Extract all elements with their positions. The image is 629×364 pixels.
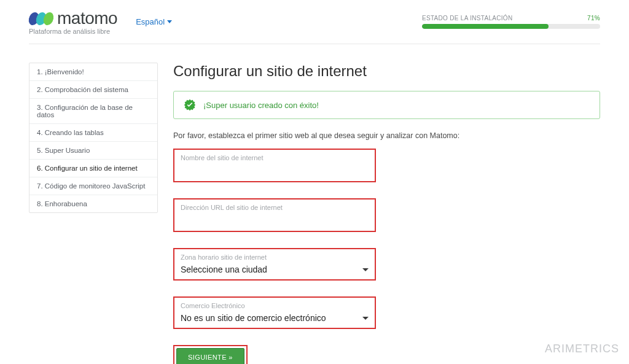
progress-bar (422, 24, 600, 29)
ecommerce-label: Comercio Electrónico (181, 299, 369, 313)
timezone-value: Seleccione una ciudad (181, 265, 267, 274)
header-left: matomo Plataforma de análisis libre Espa… (29, 9, 172, 35)
success-alert: ¡Super usuario creado con éxito! (173, 91, 600, 119)
content: Configurar un sitio de internet ¡Super u… (173, 63, 600, 364)
site-url-field[interactable]: Dirección URL del sitio de internet (173, 198, 376, 232)
success-text: ¡Super usuario creado con éxito! (203, 101, 319, 110)
sidebar-item-superuser[interactable]: 5. Super Usuario (29, 142, 157, 160)
page-title: Configurar un sitio de internet (173, 63, 600, 80)
sidebar-item-welcome[interactable]: 1. ¡Bienvenido! (29, 63, 157, 81)
chevron-down-icon (167, 20, 172, 23)
header: matomo Plataforma de análisis libre Espa… (29, 6, 600, 44)
instruction-text: Por favor, establezca el primer sitio we… (173, 131, 600, 140)
site-url-label: Dirección URL del sitio de internet (181, 201, 369, 215)
next-button-highlight: SIGUIENTE » (173, 345, 248, 364)
chevron-down-icon (362, 268, 369, 271)
timezone-field[interactable]: Zona horario sitio de internet Seleccion… (173, 248, 376, 281)
sidebar-item-tracking-code[interactable]: 7. Código de monitoreo JavaScript (29, 177, 157, 195)
sidebar-item-system-check[interactable]: 2. Comprobación del sistema (29, 81, 157, 99)
site-name-field[interactable]: Nombre del sitio de internet (173, 149, 376, 182)
next-button[interactable]: SIGUIENTE » (176, 348, 244, 364)
main: 1. ¡Bienvenido! 2. Comprobación del sist… (29, 63, 600, 364)
check-badge-icon (184, 99, 196, 111)
progress-block: ESTADO DE LA INSTALACIÓN 71% (422, 15, 600, 29)
ecommerce-value: No es un sitio de comercio electrónico (181, 313, 326, 323)
chevron-down-icon (362, 317, 369, 320)
watermark: ARIMETRICS (545, 343, 619, 355)
sidebar-item-tables[interactable]: 4. Creando las tablas (29, 124, 157, 142)
site-name-input[interactable] (181, 165, 369, 176)
language-selector[interactable]: Español (136, 17, 172, 26)
sidebar-item-db-config[interactable]: 3. Configuración de la base de datos (29, 99, 157, 124)
timezone-label: Zona horario sitio de internet (181, 250, 369, 265)
matomo-logo-icon (29, 12, 53, 25)
progress-label: ESTADO DE LA INSTALACIÓN (422, 15, 512, 21)
logo-block: matomo Plataforma de análisis libre (29, 9, 117, 35)
sidebar-item-congrats[interactable]: 8. Enhorabuena (29, 195, 157, 212)
language-label: Español (136, 17, 165, 26)
site-url-input[interactable] (181, 215, 369, 226)
logo-text: matomo (57, 9, 117, 28)
site-name-label: Nombre del sitio de internet (181, 151, 369, 165)
sidebar-item-setup-website[interactable]: 6. Configurar un sitio de internet (29, 160, 157, 177)
ecommerce-field[interactable]: Comercio Electrónico No es un sitio de c… (173, 296, 376, 329)
steps-sidebar: 1. ¡Bienvenido! 2. Comprobación del sist… (29, 63, 158, 213)
divider (29, 44, 600, 44)
tagline: Plataforma de análisis libre (29, 28, 117, 35)
progress-percent: 71% (587, 15, 600, 21)
progress-fill (422, 24, 549, 29)
